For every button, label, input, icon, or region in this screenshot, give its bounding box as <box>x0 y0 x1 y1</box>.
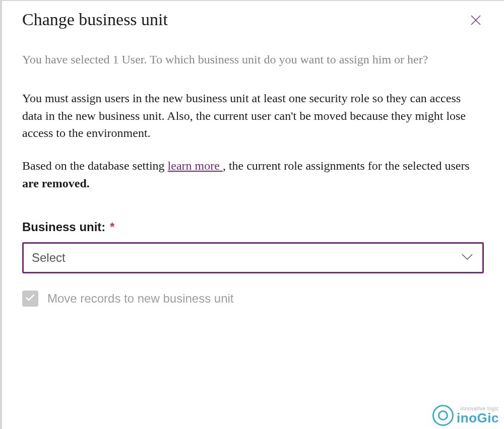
move-records-row: Move records to new business unit <box>22 291 484 307</box>
business-unit-select[interactable]: Select <box>22 242 484 273</box>
dialog-header: Change business unit <box>22 10 484 30</box>
select-placeholder: Select <box>32 251 66 265</box>
check-icon <box>25 294 35 304</box>
setting-bold: are removed. <box>22 177 90 190</box>
watermark-text: innovative logic inoGic <box>457 406 499 424</box>
learn-more-link[interactable]: learn more <box>168 159 223 172</box>
business-unit-label: Business unit: * <box>22 220 484 234</box>
watermark-brand: inoGic <box>457 411 499 424</box>
setting-prefix: Based on the database setting <box>22 159 168 172</box>
watermark: innovative logic inoGic <box>432 405 499 426</box>
dialog-body-text: You must assign users in the new busines… <box>22 90 484 142</box>
move-records-label: Move records to new business unit <box>47 292 234 306</box>
dialog-title: Change business unit <box>22 10 168 29</box>
setting-mid: , the current role assignments for the s… <box>223 159 470 172</box>
change-business-unit-dialog: Change business unit You have selected 1… <box>2 1 504 317</box>
move-records-checkbox[interactable] <box>22 291 38 307</box>
dialog-setting-text: Based on the database setting learn more… <box>22 157 484 192</box>
business-unit-select-wrap: Select <box>22 242 484 273</box>
close-icon <box>470 20 482 28</box>
business-unit-label-text: Business unit: <box>22 220 105 234</box>
dialog-intro-text: You have selected 1 User. To which busin… <box>22 51 484 68</box>
watermark-icon <box>432 405 454 426</box>
close-button[interactable] <box>468 12 484 30</box>
required-mark: * <box>110 220 114 234</box>
